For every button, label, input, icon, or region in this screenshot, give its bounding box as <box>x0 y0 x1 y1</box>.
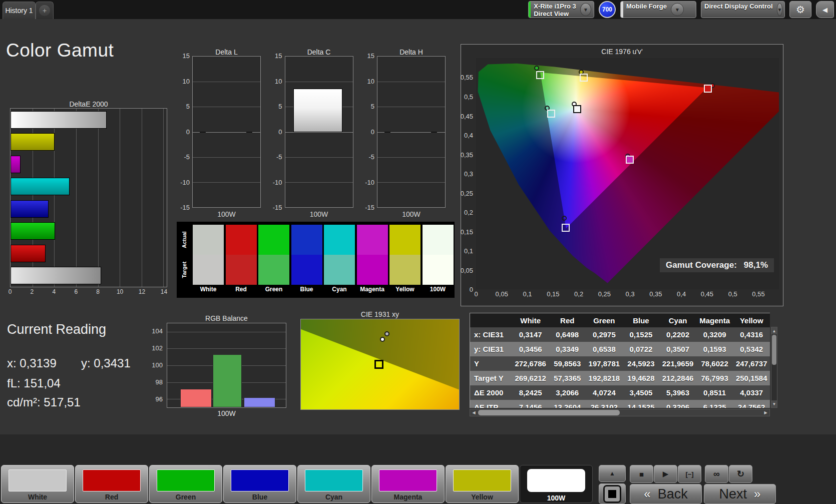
add-tab-button[interactable]: + <box>36 2 54 19</box>
delta-chart-plot <box>192 56 261 208</box>
x-tick-label: 12 <box>139 288 145 295</box>
stop-button[interactable]: ■ <box>630 465 653 483</box>
collapse-panel-button[interactable]: ◀ <box>816 1 834 18</box>
swatch-column-magenta: Magenta <box>357 225 388 293</box>
settings-button[interactable]: ⚙ <box>789 1 811 18</box>
patch-button-green[interactable]: Green <box>149 465 222 503</box>
y-tick-label: -10 <box>268 179 282 186</box>
scroll-right-icon[interactable]: ▶ <box>762 409 769 416</box>
patch-label: White <box>2 493 74 501</box>
y-tick-label: -5 <box>268 153 282 161</box>
back-button[interactable]: « Back <box>630 484 702 504</box>
x-tick-label: 0,45 <box>701 290 713 298</box>
table-vertical-scrollbar[interactable]: ▲ ▼ <box>771 327 777 408</box>
swatch-column-yellow: Yellow <box>389 225 421 293</box>
patch-window-button[interactable] <box>599 483 626 504</box>
x-tick-label: 0,3 <box>626 290 635 298</box>
meter-count-badge[interactable]: 700 <box>599 1 616 18</box>
x-tick-label: 0 <box>474 290 478 298</box>
table-value-cell: 14,1525 <box>623 403 660 408</box>
table-value-cell: 4,0724 <box>586 388 623 397</box>
scroll-left-icon[interactable]: ◀ <box>470 409 478 416</box>
table-header-blue: Blue <box>623 316 660 325</box>
table-value-cell: 5,3963 <box>659 388 696 397</box>
source-dropdown[interactable]: Mobile Forge ▼ <box>620 1 696 18</box>
cie1976-y-axis: 0,550,50,450,40,350,30,250,20,150,10,050 <box>461 58 475 289</box>
patch-button-100w[interactable]: 100W <box>520 465 593 503</box>
x-tick-label: 0,5 <box>728 290 737 298</box>
workflow-dropdown[interactable]: Direct Display Control ▼ <box>701 1 785 18</box>
next-button[interactable]: Next » <box>704 484 776 504</box>
y-tick-label: 15 <box>360 52 374 60</box>
patch-button-blue[interactable]: Blue <box>223 465 296 503</box>
patch-button-magenta[interactable]: Magenta <box>371 465 445 503</box>
target-point-green <box>536 71 544 79</box>
scroll-down-icon[interactable]: ▼ <box>771 400 777 407</box>
meter-dropdown[interactable]: X-Rite i1Pro 3 Direct View ▼ <box>528 1 594 18</box>
continuous-measure-button[interactable]: ∞ <box>705 465 728 483</box>
table-value-cell: 8,2425 <box>512 388 549 397</box>
y-tick-label: 102 <box>150 344 163 352</box>
target-point-white <box>573 105 581 113</box>
y-tick-label: 0,3 <box>464 170 473 178</box>
table-value-cell: 221,9659 <box>659 359 696 368</box>
delta-bar <box>293 89 343 132</box>
patch-swatch <box>231 469 289 491</box>
target-swatch <box>324 255 355 285</box>
chevron-down-icon[interactable]: ▼ <box>580 3 591 16</box>
gridline <box>76 109 77 287</box>
play-button[interactable]: ▶ <box>654 465 677 483</box>
gear-icon: ⚙ <box>796 4 805 16</box>
target-point-red <box>704 85 712 93</box>
y-tick-label: 5 <box>268 103 282 110</box>
table-value-cell: 0,3147 <box>512 330 549 339</box>
table-value-cell: 4,0337 <box>733 388 770 397</box>
y-tick-label: 5 <box>360 103 374 110</box>
actual-target-panel: Actual Target WhiteRedGreenBlueCyanMagen… <box>177 222 455 298</box>
delta-chart-plot <box>377 56 446 208</box>
target-swatch <box>193 255 224 285</box>
patch-label: Blue <box>224 493 296 501</box>
deltae-ticks: 02468101214 <box>10 288 167 297</box>
cie1976-title: CIE 1976 u'v' <box>461 48 783 56</box>
patch-button-white[interactable]: White <box>1 465 74 503</box>
scroll-up-icon[interactable]: ▲ <box>771 327 777 334</box>
table-value-cell: 6,1225 <box>696 403 733 408</box>
table-value-cell: 197,8781 <box>586 359 623 368</box>
chevron-down-icon[interactable]: ▼ <box>777 3 783 16</box>
tab-history-1[interactable]: History 1 <box>3 2 36 19</box>
patch-up-button[interactable]: ▲ <box>599 465 626 482</box>
measured-point-blue <box>562 216 567 221</box>
table-row: ΔE ITP7,145613,260426,310214,15250,32066… <box>470 400 770 408</box>
meter-dropdown-label: X-Rite i1Pro 3 Direct View <box>531 2 579 18</box>
deltae-bar-100w <box>11 267 101 284</box>
y-tick-label: 104 <box>150 327 163 335</box>
y-tick-label: 0 <box>268 128 282 136</box>
delta-charts: Delta L151050-5-10-15100WDelta C151050-5… <box>176 48 449 218</box>
patch-button-red[interactable]: Red <box>75 465 148 503</box>
vscroll-thumb[interactable] <box>772 335 776 365</box>
table-value-cell: 247,6737 <box>733 359 770 368</box>
chevron-down-icon[interactable]: ▼ <box>671 3 684 16</box>
patch-label: Red <box>76 493 148 501</box>
hscroll-thumb[interactable] <box>478 410 620 415</box>
x-tick-label: 4 <box>52 288 56 295</box>
refresh-button[interactable]: ↻ <box>729 465 752 483</box>
table-value-cell: 0,3209 <box>696 330 733 339</box>
reading-cdm2-value: cd/m²: 517,51 <box>7 395 81 409</box>
table-value-cell: 0,3206 <box>659 403 696 408</box>
bottom-bar: WhiteRedGreenBlueCyanMagentaYellow100W ▲… <box>0 434 836 504</box>
x-tick-label: 0,55 <box>752 290 764 298</box>
cie1931-marker-1 <box>380 337 385 342</box>
up-arrow-icon: ▲ <box>609 470 615 477</box>
patch-button-cyan[interactable]: Cyan <box>297 465 370 503</box>
table-value-cell: 26,3102 <box>586 403 623 408</box>
table-horizontal-scrollbar[interactable]: ◀ ▶ <box>470 409 770 416</box>
patch-button-yellow[interactable]: Yellow <box>446 465 519 503</box>
patch-swatch <box>453 469 511 491</box>
y-tick-label: -15 <box>176 204 190 211</box>
y-tick-label: 0,35 <box>461 151 473 158</box>
top-bar: History 1 + X-Rite i1Pro 3 Direct View ▼… <box>0 0 836 19</box>
y-tick-label: 0,2 <box>464 208 473 216</box>
single-measure-button[interactable]: [−] <box>678 465 701 483</box>
